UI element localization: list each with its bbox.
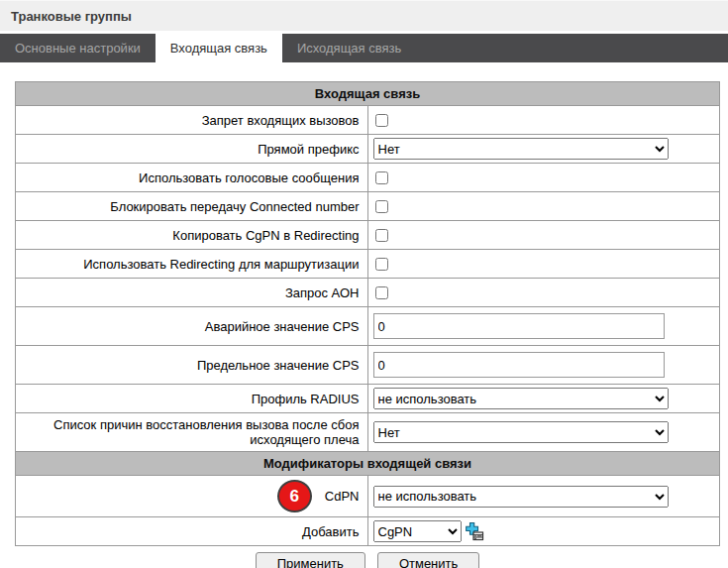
tab-outgoing[interactable]: Исходящая связь xyxy=(282,34,416,62)
row-label-add: Добавить xyxy=(16,517,368,546)
section-header-row: Модификаторы входящей связи xyxy=(16,452,720,476)
table-row: Запрет входящих вызовов xyxy=(16,106,720,135)
table-row: Запрос АОН xyxy=(16,279,720,307)
section-header-row: Входящая связь xyxy=(16,82,720,106)
row-label-redirecting-routing: Использовать Redirecting для маршрутизац… xyxy=(16,250,368,279)
block-connected-number-checkbox[interactable] xyxy=(375,200,388,213)
trunk-group-settings-table: Входящая связь Запрет входящих вызовов П… xyxy=(15,81,720,546)
page-title: Транковые группы xyxy=(11,9,132,24)
table-row: Добавить CgPN xyxy=(16,517,720,546)
restore-causes-select[interactable]: Нет xyxy=(373,421,669,443)
callout-badge-6: 6 xyxy=(277,480,312,512)
action-buttons: Применить Отменить xyxy=(15,552,720,568)
emergency-cps-input[interactable] xyxy=(373,313,665,339)
add-modifier-type-select[interactable]: CgPN xyxy=(373,520,462,542)
table-row: Список причин восстановления вызова посл… xyxy=(16,413,720,452)
table-row: 6 CdPN не использовать xyxy=(16,476,720,517)
row-label-limit-cps: Предельное значение CPS xyxy=(16,346,368,385)
incoming-ban-checkbox[interactable] xyxy=(375,114,388,127)
aon-request-checkbox[interactable] xyxy=(375,286,388,299)
redirecting-routing-checkbox[interactable] xyxy=(375,258,388,271)
row-label-radius-profile: Профиль RADIUS xyxy=(16,385,368,413)
table-row: Использовать голосовые сообщения xyxy=(16,164,720,192)
table-row: Использовать Redirecting для маршрутизац… xyxy=(16,250,720,279)
table-row: Прямой префикс Нет xyxy=(16,135,720,164)
copy-cgpn-redirecting-checkbox[interactable] xyxy=(375,229,388,242)
incoming-section-header: Входящая связь xyxy=(16,82,720,106)
tab-incoming[interactable]: Входящая связь xyxy=(156,34,282,62)
tab-bar: Основные настройки Входящая связь Исходя… xyxy=(0,34,728,62)
row-label-cdpn: 6 CdPN xyxy=(16,476,368,517)
voice-messages-checkbox[interactable] xyxy=(375,171,388,184)
table-row: Блокировать передачу Connected number xyxy=(16,192,720,221)
add-record-icon[interactable] xyxy=(466,522,484,541)
modifiers-section-header: Модификаторы входящей связи xyxy=(16,452,720,476)
table-row: Копировать CgPN в Redirecting xyxy=(16,221,720,250)
window-title-bar: Транковые группы xyxy=(0,0,728,31)
row-label-voice-messages: Использовать голосовые сообщения xyxy=(16,164,368,192)
cdpn-modifier-select[interactable]: не использовать xyxy=(373,486,669,508)
row-label-copy-cgpn-redirecting: Копировать CgPN в Redirecting xyxy=(16,221,368,250)
table-row: Аварийное значение CPS xyxy=(16,307,720,346)
cancel-button[interactable]: Отменить xyxy=(377,552,479,568)
apply-button[interactable]: Применить xyxy=(256,552,365,568)
row-label-block-connected-number: Блокировать передачу Connected number xyxy=(16,192,368,221)
row-label-direct-prefix: Прямой префикс xyxy=(16,135,368,164)
tab-main-settings[interactable]: Основные настройки xyxy=(0,34,156,62)
radius-profile-select[interactable]: не использовать xyxy=(373,388,669,409)
limit-cps-input[interactable] xyxy=(373,352,665,378)
cdpn-label: CdPN xyxy=(325,489,360,504)
row-label-incoming-ban: Запрет входящих вызовов xyxy=(16,106,368,135)
settings-panel: Входящая связь Запрет входящих вызовов П… xyxy=(0,62,728,568)
table-row: Профиль RADIUS не использовать xyxy=(16,385,720,413)
row-label-aon-request: Запрос АОН xyxy=(16,279,368,307)
row-label-restore-causes-list: Список причин восстановления вызова посл… xyxy=(16,413,368,452)
row-label-emergency-cps: Аварийное значение CPS xyxy=(16,307,368,346)
table-row: Предельное значение CPS xyxy=(16,346,720,385)
direct-prefix-select[interactable]: Нет xyxy=(373,138,669,160)
